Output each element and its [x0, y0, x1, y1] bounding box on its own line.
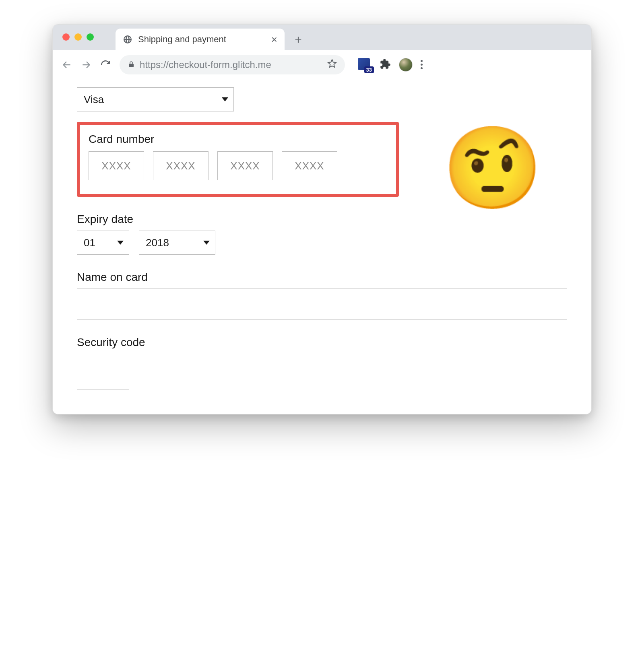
extensions-area: 33 [358, 58, 423, 72]
extension-button[interactable]: 33 [358, 58, 372, 72]
raised-eyebrow-emoji: 🤨 [442, 128, 543, 208]
expiry-year-select[interactable]: 2018 [139, 231, 215, 255]
page-content: Visa Card number 🤨 Expiry date 01 [53, 79, 591, 414]
browser-menu-icon[interactable] [421, 60, 423, 69]
card-number-inputs [89, 151, 387, 180]
card-type-select[interactable]: Visa [77, 87, 234, 111]
name-section: Name on card [77, 271, 567, 320]
profile-avatar[interactable] [399, 58, 413, 72]
extensions-menu-icon[interactable] [380, 58, 391, 71]
bookmark-icon[interactable] [327, 59, 337, 71]
globe-icon [123, 35, 132, 44]
minimize-window-icon[interactable] [74, 33, 82, 41]
card-number-label: Card number [89, 133, 387, 146]
card-segment-1[interactable] [89, 151, 144, 180]
address-bar[interactable]: https://checkout-form.glitch.me [120, 55, 345, 74]
new-tab-button[interactable]: + [290, 32, 306, 48]
window-controls [62, 33, 94, 41]
close-tab-icon[interactable]: × [271, 34, 277, 45]
expiry-label: Expiry date [77, 213, 567, 226]
cvv-section: Security code [77, 336, 567, 390]
security-code-input[interactable] [77, 354, 129, 390]
expiry-section: Expiry date 01 2018 [77, 213, 567, 255]
close-window-icon[interactable] [62, 33, 70, 41]
card-number-highlight: Card number [77, 122, 399, 197]
tab-bar: Shipping and payment × + [53, 25, 591, 50]
expiry-month-select[interactable]: 01 [77, 231, 129, 255]
browser-tab[interactable]: Shipping and payment × [116, 29, 285, 50]
extension-badge-count: 33 [364, 66, 374, 73]
reload-button[interactable] [100, 60, 111, 70]
name-label: Name on card [77, 271, 567, 284]
lock-icon [128, 59, 135, 70]
card-segment-3[interactable] [217, 151, 273, 180]
back-button[interactable] [62, 60, 72, 70]
maximize-window-icon[interactable] [87, 33, 94, 41]
browser-toolbar: https://checkout-form.glitch.me 33 [53, 50, 591, 79]
card-segment-4[interactable] [282, 151, 337, 180]
name-on-card-input[interactable] [77, 289, 567, 320]
forward-button[interactable] [81, 60, 91, 70]
cvv-label: Security code [77, 336, 567, 349]
browser-window: Shipping and payment × + https://checkou… [52, 24, 592, 414]
card-segment-2[interactable] [153, 151, 208, 180]
url-text: https://checkout-form.glitch.me [140, 59, 271, 70]
tab-title: Shipping and payment [138, 34, 226, 45]
